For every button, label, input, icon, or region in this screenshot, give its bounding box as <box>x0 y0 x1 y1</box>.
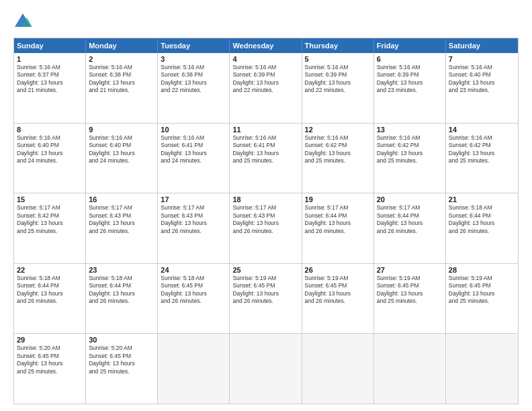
cell-line: Sunset: 6:45 PM <box>89 353 154 360</box>
cal-cell: 12Sunrise: 5:16 AMSunset: 6:42 PMDayligh… <box>302 124 374 193</box>
cell-line: Daylight: 13 hours <box>449 290 515 298</box>
cell-line: Sunrise: 5:16 AM <box>377 134 443 142</box>
day-number: 8 <box>17 126 83 134</box>
calendar-row: 22Sunrise: 5:18 AMSunset: 6:44 PMDayligh… <box>14 263 518 334</box>
cell-line: and 21 minutes. <box>89 87 154 94</box>
cell-line: Sunrise: 5:17 AM <box>89 204 154 212</box>
day-number: 17 <box>161 195 226 203</box>
calendar: SundayMondayTuesdayWednesdayThursdayFrid… <box>13 38 519 404</box>
cell-line: Sunrise: 5:17 AM <box>232 204 298 212</box>
cell-line: Sunrise: 5:16 AM <box>17 64 83 71</box>
cal-cell: 3Sunrise: 5:16 AMSunset: 6:38 PMDaylight… <box>158 53 230 123</box>
day-number: 20 <box>377 195 443 203</box>
cell-line: Sunset: 6:42 PM <box>305 142 371 149</box>
cell-line: and 26 minutes. <box>305 298 371 305</box>
cell-line: Daylight: 13 hours <box>232 150 298 157</box>
cell-line: Sunset: 6:41 PM <box>232 142 298 149</box>
cell-line: Sunset: 6:38 PM <box>161 71 226 79</box>
cell-line: Sunset: 6:45 PM <box>449 282 515 289</box>
cell-line: Sunrise: 5:16 AM <box>161 64 226 71</box>
cal-cell: 19Sunrise: 5:17 AMSunset: 6:44 PMDayligh… <box>302 193 374 263</box>
cal-cell: 7Sunrise: 5:16 AMSunset: 6:40 PMDaylight… <box>446 53 518 123</box>
cell-line: Sunset: 6:39 PM <box>232 71 298 79</box>
header-day: Wednesday <box>230 38 302 53</box>
day-number: 9 <box>89 126 154 134</box>
cell-line: Sunset: 6:44 PM <box>449 212 515 220</box>
cal-cell: 5Sunrise: 5:16 AMSunset: 6:39 PMDaylight… <box>302 53 374 123</box>
cell-line: Sunrise: 5:16 AM <box>17 134 83 142</box>
cell-line: Daylight: 13 hours <box>377 290 443 298</box>
cal-cell: 21Sunrise: 5:18 AMSunset: 6:44 PMDayligh… <box>446 193 518 263</box>
cell-line: and 23 minutes. <box>449 87 515 94</box>
cell-line: and 26 minutes. <box>161 298 226 305</box>
cell-line: Sunset: 6:44 PM <box>17 282 83 289</box>
day-number: 15 <box>17 195 83 203</box>
header-day: Friday <box>374 38 446 53</box>
calendar-body: 1Sunrise: 5:16 AMSunset: 6:37 PMDaylight… <box>14 53 518 404</box>
cell-line: Daylight: 13 hours <box>89 79 154 87</box>
header-day: Saturday <box>446 38 518 53</box>
cell-line: Sunrise: 5:18 AM <box>449 204 515 212</box>
cell-line: Sunset: 6:39 PM <box>305 71 371 79</box>
day-number: 21 <box>449 195 515 203</box>
cell-line: Sunrise: 5:16 AM <box>232 134 298 142</box>
cell-line: Daylight: 13 hours <box>305 290 371 298</box>
day-number: 26 <box>305 266 371 274</box>
cell-line: Sunset: 6:44 PM <box>377 212 443 220</box>
cell-line: Sunrise: 5:16 AM <box>161 134 226 142</box>
cell-line: Daylight: 13 hours <box>161 150 226 157</box>
day-number: 24 <box>161 266 226 274</box>
cell-line: Sunrise: 5:16 AM <box>89 134 154 142</box>
day-number: 12 <box>305 126 371 134</box>
day-number: 7 <box>449 55 515 63</box>
cal-cell: 13Sunrise: 5:16 AMSunset: 6:42 PMDayligh… <box>374 124 446 193</box>
cell-line: and 26 minutes. <box>305 228 371 235</box>
calendar-row: 1Sunrise: 5:16 AMSunset: 6:37 PMDaylight… <box>14 53 518 123</box>
cell-line: Daylight: 13 hours <box>89 360 154 367</box>
cal-cell <box>446 334 518 404</box>
cell-line: Daylight: 13 hours <box>161 290 226 298</box>
cell-line: Sunrise: 5:16 AM <box>232 64 298 71</box>
cell-line: Sunrise: 5:18 AM <box>161 275 226 282</box>
cal-cell: 6Sunrise: 5:16 AMSunset: 6:39 PMDaylight… <box>374 53 446 123</box>
day-number: 6 <box>377 55 443 63</box>
day-number: 29 <box>17 336 83 344</box>
header-day: Tuesday <box>158 38 230 53</box>
cal-cell: 20Sunrise: 5:17 AMSunset: 6:44 PMDayligh… <box>374 193 446 263</box>
header <box>13 12 519 31</box>
cell-line: and 25 minutes. <box>449 298 515 305</box>
cell-line: Sunrise: 5:20 AM <box>89 345 154 352</box>
cell-line: Daylight: 13 hours <box>17 150 83 157</box>
cell-line: Daylight: 13 hours <box>305 150 371 157</box>
cell-line: Daylight: 13 hours <box>232 290 298 298</box>
cal-cell: 25Sunrise: 5:19 AMSunset: 6:45 PMDayligh… <box>230 264 302 334</box>
day-number: 11 <box>232 126 298 134</box>
cell-line: Sunset: 6:38 PM <box>89 71 154 79</box>
cell-line: and 23 minutes. <box>377 87 443 94</box>
cell-line: and 22 minutes. <box>305 87 371 94</box>
cell-line: Sunset: 6:44 PM <box>89 282 154 289</box>
cell-line: Daylight: 13 hours <box>449 79 515 87</box>
cell-line: Sunset: 6:40 PM <box>449 71 515 79</box>
cell-line: and 25 minutes. <box>89 368 154 375</box>
cell-line: Daylight: 13 hours <box>17 290 83 298</box>
day-number: 16 <box>89 195 154 203</box>
cell-line: Sunset: 6:44 PM <box>305 212 371 220</box>
header-day: Thursday <box>302 38 374 53</box>
cell-line: Sunrise: 5:19 AM <box>449 275 515 282</box>
cell-line: and 25 minutes. <box>305 157 371 165</box>
cell-line: Sunset: 6:43 PM <box>161 212 226 220</box>
cal-cell: 30Sunrise: 5:20 AMSunset: 6:45 PMDayligh… <box>86 334 158 404</box>
day-number: 25 <box>232 266 298 274</box>
day-number: 22 <box>17 266 83 274</box>
cal-cell: 1Sunrise: 5:16 AMSunset: 6:37 PMDaylight… <box>14 53 86 123</box>
cell-line: Sunrise: 5:16 AM <box>449 134 515 142</box>
cell-line: Daylight: 13 hours <box>17 360 83 367</box>
cell-line: Daylight: 13 hours <box>305 79 371 87</box>
cal-cell: 8Sunrise: 5:16 AMSunset: 6:40 PMDaylight… <box>14 124 86 193</box>
cell-line: Daylight: 13 hours <box>17 79 83 87</box>
day-number: 13 <box>377 126 443 134</box>
cell-line: Sunrise: 5:16 AM <box>377 64 443 71</box>
calendar-header: SundayMondayTuesdayWednesdayThursdayFrid… <box>14 38 518 53</box>
cal-cell: 18Sunrise: 5:17 AMSunset: 6:43 PMDayligh… <box>230 193 302 263</box>
